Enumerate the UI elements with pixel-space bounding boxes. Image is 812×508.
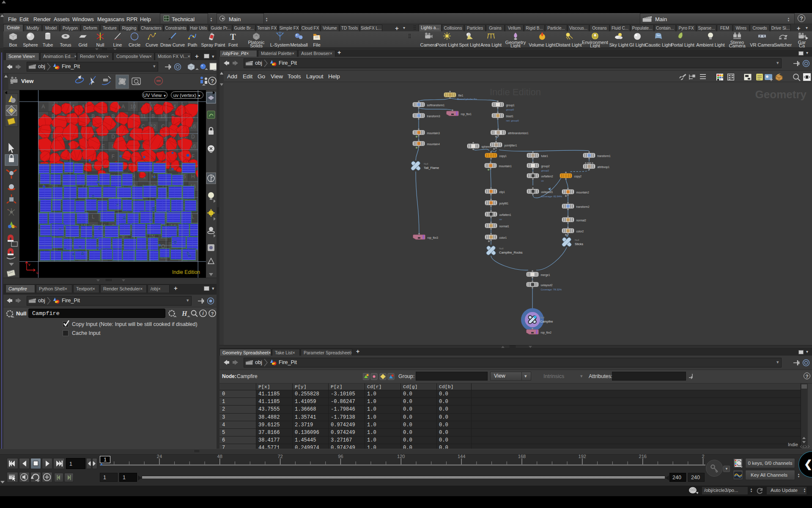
svg-text:mountain3: mountain3 bbox=[427, 132, 440, 135]
svg-text:normal1: normal1 bbox=[499, 225, 510, 228]
svg-text:96: 96 bbox=[338, 455, 343, 459]
svg-text:File: File bbox=[313, 42, 321, 47]
svg-text:72: 72 bbox=[277, 455, 283, 459]
svg-text:u: u bbox=[36, 271, 38, 275]
svg-text:120: 120 bbox=[397, 455, 405, 459]
svg-text:uvflatten2: uvflatten2 bbox=[541, 175, 554, 178]
svg-text:uvlayout2: uvlayout2 bbox=[541, 284, 553, 287]
svg-text:VR Camera: VR Camera bbox=[750, 42, 774, 47]
svg-text:Tall_Flame: Tall_Flame bbox=[424, 166, 439, 170]
svg-text:polyfill1: polyfill1 bbox=[499, 202, 509, 205]
svg-text:Tube: Tube bbox=[43, 42, 53, 47]
svg-text:tube1: tube1 bbox=[541, 155, 549, 157]
svg-text:Torus: Torus bbox=[60, 42, 71, 47]
svg-text:attribrandomize1: attribrandomize1 bbox=[508, 132, 529, 135]
svg-text:Light: Light bbox=[510, 43, 521, 48]
svg-text:attribvop1: attribvop1 bbox=[598, 166, 610, 169]
svg-text:Area Light: Area Light bbox=[480, 42, 502, 47]
svg-text:Path: Path bbox=[188, 42, 198, 47]
svg-text:168: 168 bbox=[518, 455, 526, 459]
svg-text:144: 144 bbox=[458, 455, 465, 459]
svg-text:Point Light: Point Light bbox=[436, 42, 458, 47]
svg-text:pointjitter1: pointjitter1 bbox=[505, 144, 517, 147]
svg-text:Circle: Circle bbox=[129, 42, 140, 47]
svg-text:Spray Paint: Spray Paint bbox=[201, 42, 225, 47]
svg-text:Campfire: Campfire bbox=[540, 320, 553, 323]
svg-text:Font: Font bbox=[228, 42, 238, 47]
svg-text:uvlayout1: uvlayout1 bbox=[541, 190, 553, 194]
svg-text:F: F bbox=[112, 154, 115, 160]
svg-text:H: H bbox=[181, 310, 187, 317]
svg-text:rop_fbx1: rop_fbx1 bbox=[461, 113, 472, 116]
svg-text:H: H bbox=[191, 174, 195, 179]
svg-text:mountain2: mountain2 bbox=[576, 191, 590, 194]
svg-text:Portal Light: Portal Light bbox=[671, 42, 694, 47]
svg-text:Light: Light bbox=[590, 43, 600, 48]
svg-text:BeamCylinder.fbx: BeamCylinder.fbx bbox=[457, 98, 477, 100]
svg-text:Distant Light: Distant Light bbox=[556, 42, 582, 47]
svg-text:13: 13 bbox=[160, 113, 166, 119]
svg-text:Null: Null bbox=[575, 239, 579, 241]
svg-text:Grid: Grid bbox=[79, 42, 88, 47]
svg-text:L: L bbox=[192, 214, 195, 220]
svg-text:group2: group2 bbox=[541, 169, 549, 172]
svg-text:net: group0: net: group0 bbox=[506, 119, 519, 122]
svg-text:216: 216 bbox=[639, 455, 647, 459]
svg-text:A: A bbox=[41, 104, 45, 110]
svg-text:2: 2 bbox=[702, 455, 704, 459]
svg-text:mountain1: mountain1 bbox=[499, 165, 512, 168]
svg-text:Spot Light: Spot Light bbox=[459, 42, 480, 47]
svg-text:transform1: transform1 bbox=[598, 155, 611, 157]
svg-text:merge1: merge1 bbox=[541, 273, 550, 277]
svg-text:F: F bbox=[192, 154, 195, 160]
svg-text:GI Light: GI Light bbox=[629, 42, 646, 47]
svg-text:softtransform1: softtransform1 bbox=[427, 104, 445, 107]
svg-text:L-System: L-System bbox=[270, 42, 290, 47]
svg-text:blast1: blast1 bbox=[506, 115, 514, 118]
svg-text:A: A bbox=[121, 104, 125, 110]
svg-text:T: T bbox=[230, 32, 236, 41]
svg-text:uv: uv bbox=[541, 179, 544, 182]
svg-text:24: 24 bbox=[157, 455, 162, 459]
svg-text:Sky Light: Sky Light bbox=[609, 42, 628, 47]
svg-text:Sphere: Sphere bbox=[23, 42, 38, 47]
svg-text:transform2: transform2 bbox=[576, 205, 590, 208]
svg-text:group0: group0 bbox=[506, 108, 514, 111]
svg-text:Ambient Light: Ambient Light bbox=[696, 42, 724, 47]
svg-text:Draw Curve: Draw Curve bbox=[160, 42, 185, 47]
svg-text:copy2: copy2 bbox=[574, 175, 582, 178]
svg-text:Solids: Solids bbox=[250, 43, 263, 48]
svg-text:color1: color1 bbox=[499, 236, 507, 239]
svg-text:normal2: normal2 bbox=[576, 219, 587, 222]
svg-text:Coverage: 82.84%: Coverage: 82.84% bbox=[541, 195, 562, 198]
svg-text:uvflatten1: uvflatten1 bbox=[499, 213, 512, 216]
svg-text:B: B bbox=[151, 113, 155, 119]
svg-text:11: 11 bbox=[140, 113, 146, 119]
svg-text:i: i bbox=[202, 311, 204, 316]
svg-text:Line: Line bbox=[113, 42, 122, 47]
svg-text:Null: Null bbox=[96, 42, 104, 47]
svg-text:uv: uv bbox=[499, 218, 502, 221]
svg-text:Ca: Ca bbox=[799, 43, 805, 48]
svg-text:Null: Null bbox=[540, 316, 544, 319]
svg-text:?: ? bbox=[211, 78, 214, 84]
svg-text:Campfire_Rocks: Campfire_Rocks bbox=[499, 251, 523, 254]
svg-text:E: E bbox=[102, 144, 105, 149]
svg-text:group2: group2 bbox=[541, 165, 550, 168]
svg-text:192: 192 bbox=[579, 455, 586, 459]
svg-text:group1: group1 bbox=[506, 104, 515, 107]
svg-text:?: ? bbox=[211, 311, 214, 316]
svg-text:Metaball: Metaball bbox=[290, 42, 308, 47]
svg-text:rop_fbx2: rop_fbx2 bbox=[541, 331, 552, 334]
svg-text:48: 48 bbox=[217, 455, 222, 459]
svg-text:D: D bbox=[111, 134, 115, 140]
svg-text:clip1: clip1 bbox=[499, 190, 505, 194]
svg-text:color2: color2 bbox=[576, 230, 584, 233]
svg-text:Switcher: Switcher bbox=[774, 42, 792, 47]
svg-text:file1: file1 bbox=[458, 94, 464, 97]
svg-text:Camera: Camera bbox=[420, 42, 437, 47]
svg-text:v: v bbox=[28, 262, 30, 267]
svg-text:Coverage: 78.32%: Coverage: 78.32% bbox=[541, 288, 562, 291]
svg-text:rop_fbx3: rop_fbx3 bbox=[428, 236, 439, 240]
svg-text:Camera: Camera bbox=[729, 43, 746, 48]
